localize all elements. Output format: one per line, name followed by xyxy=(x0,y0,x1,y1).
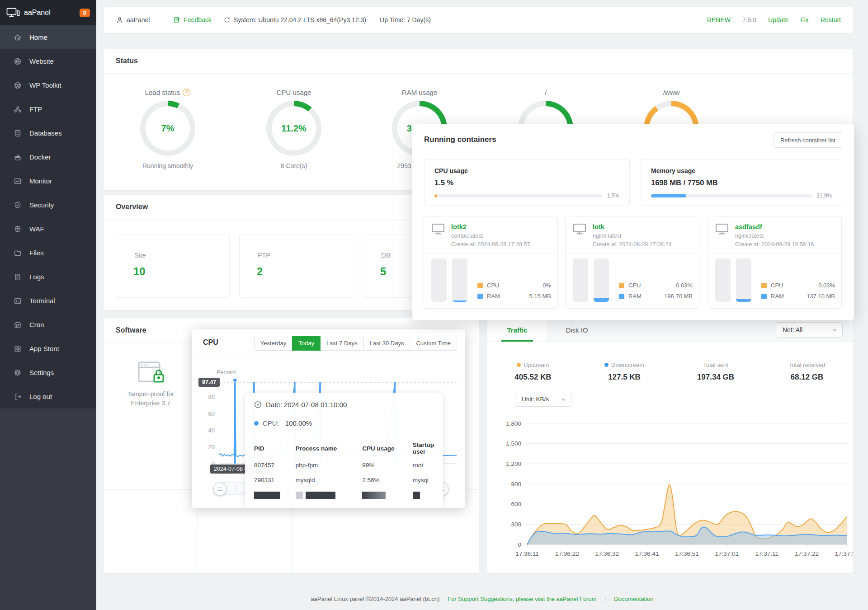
settings-gear-icon xyxy=(14,369,22,377)
container-monitor-icon xyxy=(431,223,445,248)
sidebar-item-terminal[interactable]: Terminal xyxy=(0,289,96,313)
chevron-down-icon xyxy=(561,397,566,402)
svg-text:17:37:01: 17:37:01 xyxy=(715,550,739,557)
sidebar: aaPanel 0 Home Website WP Toolkit FTP xyxy=(0,0,96,610)
feedback-link[interactable]: Feedback xyxy=(173,16,211,23)
range-last-30-days-button[interactable]: Last 30 Days xyxy=(363,336,410,351)
feedback-icon xyxy=(173,16,180,23)
process-row: 830monitor 0.55%root xyxy=(254,503,434,508)
stat-total-received: Total received 68.12 GB xyxy=(761,361,853,382)
cpu-usage-track xyxy=(434,194,603,197)
container-ram-bar xyxy=(452,258,467,302)
range-custom-time-button[interactable]: Custom Time xyxy=(410,336,457,351)
logo-row[interactable]: aaPanel 0 xyxy=(0,0,96,25)
traffic-stats: Upstream 405.52 KB Downstream 127.5 KB T… xyxy=(487,361,853,382)
restart-link[interactable]: Restart xyxy=(821,16,841,23)
user-icon xyxy=(116,16,123,24)
container-cpu-bar xyxy=(431,258,447,302)
overview-card-site[interactable]: Site 10 xyxy=(116,235,230,298)
container-monitor-icon xyxy=(573,223,586,248)
sidebar-item-databases[interactable]: Databases xyxy=(0,121,96,145)
memory-usage-track xyxy=(651,194,812,197)
tab-disk-io[interactable]: Disk IO xyxy=(547,318,607,342)
container-cpu-bar xyxy=(573,258,588,302)
container-card-lotk[interactable]: lotk nginx:latest Create at: 2024-06-28 … xyxy=(565,216,699,309)
system-info[interactable]: System: Ubuntu 22.04.2 LTS x86_64(Py3.12… xyxy=(223,16,366,23)
cpu-chart-tooltip: Date: 2024-07-08 01:10:00 CPU: 100.00% P… xyxy=(245,393,443,508)
sidebar-item-wp-toolkit[interactable]: WP Toolkit xyxy=(0,73,96,97)
downstream-dot-icon xyxy=(604,363,609,367)
aapanel-dashboard: aaPanel 0 Home Website WP Toolkit FTP xyxy=(0,0,868,610)
range-today-button[interactable]: Today xyxy=(292,336,321,351)
traffic-panel: Traffic Disk IO Net: All Upstream 405.52… xyxy=(487,318,853,573)
appstore-icon xyxy=(14,345,22,353)
website-icon xyxy=(14,57,22,66)
svg-text:0: 0 xyxy=(518,541,521,548)
update-link[interactable]: Update xyxy=(768,16,788,23)
load-gauge-ring: 7% xyxy=(140,101,195,156)
user-menu[interactable]: aaPanel xyxy=(116,16,150,24)
range-yesterday-button[interactable]: Yesterday xyxy=(254,336,292,351)
message-count-badge[interactable]: 0 xyxy=(80,9,90,17)
sidebar-item-security[interactable]: Security xyxy=(0,193,96,217)
process-row: 790331mysqld 2.56%mysql xyxy=(254,473,434,488)
svg-text:1,500: 1,500 xyxy=(506,440,521,447)
sidebar-item-website[interactable]: Website xyxy=(0,49,96,73)
database-icon xyxy=(14,129,22,137)
cpu-popup-title: CPU xyxy=(203,338,218,347)
software-item-tamper-proof[interactable]: Tamper-proof for Enterprise 3.7 xyxy=(104,343,197,424)
overview-card-ftp[interactable]: FTP 2 xyxy=(239,235,354,298)
process-table: PID Process name CPU usage Startup user … xyxy=(254,439,434,508)
svg-text:17:36:41: 17:36:41 xyxy=(635,550,659,557)
zoom-handle-left[interactable] xyxy=(213,483,226,496)
support-forum-link[interactable]: For Support Suggestions, please visit th… xyxy=(448,596,597,602)
ftp-icon xyxy=(14,105,22,113)
footer: aaPanel Linux panel ©2014-2024 aaPanel (… xyxy=(96,596,868,602)
range-last-7-days-button[interactable]: Last 7 Days xyxy=(320,336,364,351)
container-cpu-usage-card: CPU usage 1.5 % 1.5% xyxy=(424,159,630,206)
memory-usage-fill xyxy=(651,194,686,197)
sidebar-item-home[interactable]: Home xyxy=(0,25,96,49)
renew-link[interactable]: RENEW xyxy=(707,16,731,23)
container-memory-usage-card: Memory usage 1698 MB / 7750 MB 21.9% xyxy=(641,159,842,206)
aapanel-logo-icon xyxy=(6,7,20,18)
fix-link[interactable]: Fix xyxy=(800,16,809,23)
docker-icon xyxy=(14,153,22,161)
sidebar-item-monitor[interactable]: Monitor xyxy=(0,169,96,193)
sidebar-item-logs[interactable]: Logs xyxy=(0,265,96,289)
container-ram-bar xyxy=(594,258,609,302)
process-row: 807457php-fpm 99%root xyxy=(254,458,434,473)
refresh-container-list-button[interactable]: Refresh container list xyxy=(774,132,842,148)
sidebar-item-ftp[interactable]: FTP xyxy=(0,97,96,121)
svg-text:60: 60 xyxy=(208,410,215,417)
sidebar-item-cron[interactable]: Cron xyxy=(0,313,96,337)
sidebar-item-files[interactable]: Files xyxy=(0,241,96,265)
stat-downstream: Downstream 127.5 KB xyxy=(579,361,670,382)
sidebar-item-docker[interactable]: Docker xyxy=(0,145,96,169)
wordpress-icon xyxy=(14,81,22,89)
cpu-usage-fill xyxy=(434,194,437,197)
process-row-redacted xyxy=(254,488,434,503)
sidebar-item-app-store[interactable]: App Store xyxy=(0,337,96,361)
svg-text:17:37:11: 17:37:11 xyxy=(755,550,778,557)
container-ram-bar xyxy=(736,258,751,302)
svg-text:17:36:51: 17:36:51 xyxy=(675,550,699,557)
container-card-lotk2[interactable]: lotk2 centos:latest Create at: 2024-06-2… xyxy=(424,216,558,309)
gauge-load-status: Load status? 7% Running smoothly xyxy=(118,87,217,169)
unit-select[interactable]: Unit: KB/s xyxy=(515,392,571,407)
help-icon[interactable]: ? xyxy=(183,89,190,96)
sidebar-item-settings[interactable]: Settings xyxy=(0,361,96,385)
tab-traffic[interactable]: Traffic xyxy=(487,318,547,342)
topbar: aaPanel Feedback System: Ubuntu 22.04.2 … xyxy=(104,7,853,33)
chevron-down-icon xyxy=(832,328,837,332)
folder-icon xyxy=(14,249,22,257)
net-select[interactable]: Net: All xyxy=(776,322,843,338)
svg-text:17:37:33: 17:37:33 xyxy=(835,550,853,557)
cpu-legend-icon xyxy=(761,283,767,288)
container-card-asdfasdf[interactable]: asdfasdf nginx:latest Create at: 2024-06… xyxy=(708,216,842,309)
sidebar-item-waf[interactable]: WAF xyxy=(0,217,96,241)
time-range-group: Yesterday Today Last 7 Days Last 30 Days… xyxy=(254,336,457,351)
svg-text:300: 300 xyxy=(511,521,521,528)
sidebar-item-log-out[interactable]: Log out xyxy=(0,385,96,408)
documentation-link[interactable]: Documentation xyxy=(614,596,653,602)
